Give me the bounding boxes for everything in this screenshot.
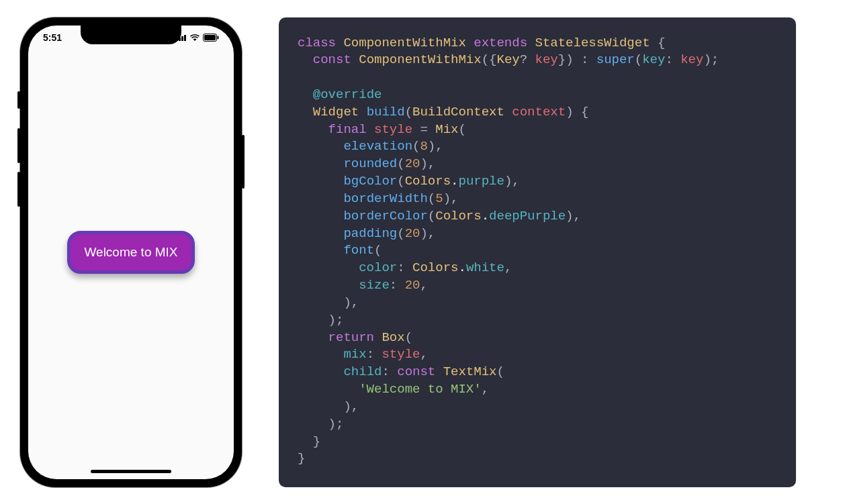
phone-mute-switch — [17, 91, 20, 109]
mix-fn: Mix — [435, 122, 458, 137]
app-content: Welcome to MIX — [28, 26, 234, 479]
attr-padding: padding — [343, 226, 397, 241]
key-label: key — [642, 52, 665, 67]
key-param: key — [535, 52, 558, 67]
keyword-const: const — [313, 52, 351, 67]
welcome-button[interactable]: Welcome to MIX — [67, 231, 194, 274]
phone-screen: 5:51 Welcome to MIX — [28, 26, 234, 479]
style-var: style — [374, 122, 412, 137]
attr-font: font — [343, 243, 374, 258]
code-panel: class ComponentWithMix extends Stateless… — [279, 17, 796, 487]
home-indicator — [91, 470, 171, 473]
attr-rounded: rounded — [343, 156, 397, 171]
phone-power-button — [242, 135, 245, 189]
override-annotation: @override — [313, 87, 382, 102]
textmix-string: 'Welcome to MIX' — [359, 382, 481, 397]
param-name: context — [512, 105, 566, 119]
box-fn: Box — [382, 330, 404, 345]
return-type: Widget — [313, 105, 359, 119]
attr-bgcolor: bgColor — [343, 174, 397, 189]
textmix-fn: TextMix — [443, 364, 497, 379]
layout-root: 5:51 Welcome to MIX class ComponentWithM… — [0, 0, 843, 504]
attr-borderwidth: borderWidth — [343, 191, 427, 206]
attr-bordercolor: borderColor — [343, 209, 427, 223]
attr-elevation: elevation — [343, 139, 412, 154]
phone-volume-up — [17, 128, 20, 163]
constructor-name: ComponentWithMix — [359, 52, 481, 67]
keyword-return: return — [328, 330, 374, 345]
param-type: BuildContext — [412, 105, 504, 119]
keyword-extends: extends — [474, 36, 527, 50]
class-name: ComponentWithMix — [343, 36, 465, 50]
phone-mockup: 5:51 Welcome to MIX — [20, 17, 242, 487]
phone-volume-down — [17, 172, 20, 207]
keyword-final: final — [328, 122, 367, 137]
build-method: build — [367, 105, 405, 119]
key-value: key — [680, 52, 703, 67]
keyword-class: class — [298, 36, 336, 50]
key-type: Key — [496, 52, 519, 67]
welcome-button-label: Welcome to MIX — [84, 245, 177, 259]
superclass: StatelessWidget — [535, 36, 650, 50]
code-listing: class ComponentWithMix extends Stateless… — [298, 35, 777, 468]
super-call: super — [596, 52, 635, 67]
